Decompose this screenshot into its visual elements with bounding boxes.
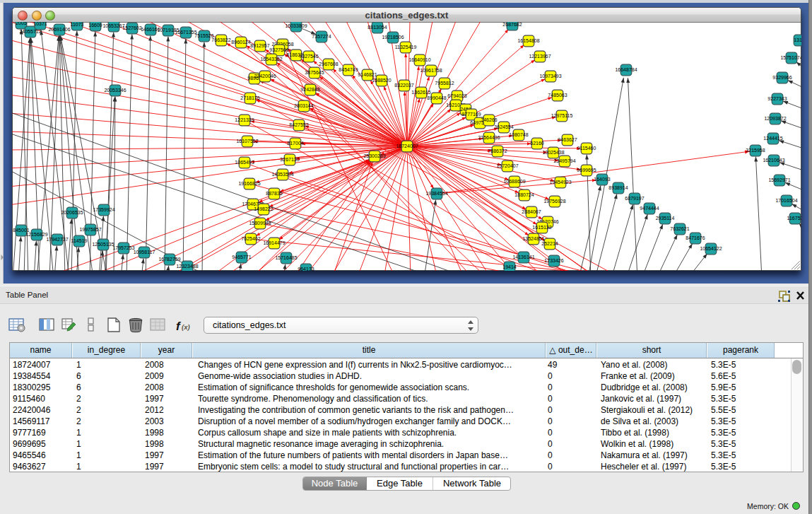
svg-text:17957253: 17957253: [112, 245, 134, 250]
svg-text:12505135: 12505135: [92, 242, 114, 247]
svg-text:6879197: 6879197: [625, 196, 644, 201]
svg-text:16033809: 16033809: [285, 23, 307, 28]
svg-text:19454923: 19454923: [549, 180, 571, 185]
svg-text:9699695: 9699695: [577, 168, 596, 173]
svg-text:817004: 817004: [287, 141, 303, 146]
svg-text:1880724: 1880724: [514, 192, 534, 197]
svg-text:7625402: 7625402: [241, 236, 260, 241]
svg-text:16543382: 16543382: [260, 57, 282, 62]
svg-text:8427552: 8427552: [289, 122, 308, 127]
svg-text:1221339: 1221339: [235, 117, 254, 122]
svg-text:17359924: 17359924: [93, 207, 114, 212]
svg-text:7357274: 7357274: [312, 34, 331, 39]
svg-text:19384554: 19384554: [425, 191, 447, 196]
svg-text:20053346: 20053346: [104, 88, 126, 93]
svg-text:9327546: 9327546: [299, 54, 318, 59]
svg-text:16914479: 16914479: [263, 240, 285, 245]
svg-text:16210643: 16210643: [763, 158, 784, 163]
svg-text:2718176: 2718176: [240, 95, 259, 100]
svg-text:10973493: 10973493: [539, 74, 561, 78]
svg-text:2967608: 2967608: [319, 62, 338, 66]
svg-text:8471676: 8471676: [686, 235, 705, 240]
svg-text:9777169: 9777169: [461, 112, 481, 117]
svg-text:164093: 164093: [594, 177, 610, 182]
svg-text:2884067: 2884067: [522, 209, 541, 214]
svg-text:8454749: 8454749: [339, 67, 358, 72]
svg-text:964133: 964133: [298, 267, 314, 271]
svg-text:3267130: 3267130: [280, 157, 299, 162]
svg-text:10958117: 10958117: [134, 250, 155, 255]
svg-text:15716485: 15716485: [275, 255, 297, 260]
svg-text:13524851: 13524851: [522, 236, 544, 241]
svg-text:10371: 10371: [33, 22, 47, 26]
svg-text:1733426: 1733426: [544, 258, 563, 263]
svg-text:2687682: 2687682: [502, 22, 522, 27]
svg-text:8960124: 8960124: [231, 40, 250, 45]
svg-text:9242848: 9242848: [300, 87, 319, 92]
svg-text:12975115: 12975115: [551, 113, 573, 118]
svg-text:12323488: 12323488: [176, 264, 198, 269]
svg-text:9474444: 9474444: [640, 206, 659, 211]
svg-text:12093872: 12093872: [764, 116, 786, 121]
svg-text:20206535: 20206535: [61, 210, 83, 215]
svg-text:8990448: 8990448: [427, 95, 446, 100]
svg-text:1527602: 1527602: [122, 25, 141, 30]
svg-text:9463627: 9463627: [558, 137, 577, 142]
svg-text:(x): (x): [182, 323, 190, 331]
svg-text:2935114: 2935114: [656, 216, 675, 221]
svg-text:19414: 19414: [502, 264, 517, 269]
svg-text:887835: 887835: [266, 191, 282, 196]
svg-text:6794028: 6794028: [447, 93, 466, 98]
svg-text:1362615: 1362615: [411, 90, 430, 95]
svg-text:19218506: 19218506: [382, 35, 404, 40]
svg-text:3215958: 3215958: [746, 148, 765, 153]
svg-text:9327509: 9327509: [269, 47, 288, 52]
svg-text:9146821: 9146821: [358, 72, 377, 77]
svg-text:25300283: 25300283: [363, 153, 385, 158]
svg-text:14353594: 14353594: [271, 172, 293, 177]
svg-text:8813054: 8813054: [367, 25, 387, 30]
svg-text:9465771: 9465771: [232, 255, 251, 259]
svg-text:8912957: 8912957: [250, 43, 269, 48]
svg-text:1498222: 1498222: [254, 206, 273, 211]
svg-text:19166825: 19166825: [238, 181, 260, 186]
svg-text:19756928: 19756928: [543, 199, 565, 204]
svg-text:16648784: 16648784: [615, 67, 637, 72]
svg-text:8938914: 8938914: [608, 185, 628, 190]
svg-text:1244415: 1244415: [763, 136, 782, 141]
svg-text:10654122: 10654122: [700, 246, 722, 251]
svg-text:23420046: 23420046: [254, 74, 276, 78]
svg-text:10025438: 10025438: [542, 150, 564, 155]
svg-text:11325419: 11325419: [395, 45, 417, 49]
svg-text:7886372: 7886372: [488, 148, 507, 153]
svg-text:8322037: 8322037: [394, 83, 413, 88]
svg-text:16154808: 16154808: [517, 38, 539, 43]
svg-text:62160: 62160: [530, 141, 544, 146]
svg-text:10688609: 10688609: [503, 179, 525, 184]
svg-text:1588520: 1588520: [372, 78, 391, 83]
svg-text:11073: 11073: [71, 22, 84, 27]
svg-text:116753: 116753: [787, 216, 801, 221]
svg-text:252214: 252214: [541, 241, 558, 246]
svg-text:1080748: 1080748: [509, 132, 528, 137]
svg-text:16671355: 16671355: [175, 30, 196, 35]
svg-text:15692971: 15692971: [768, 177, 790, 182]
svg-text:10653267: 10653267: [102, 23, 124, 28]
svg-text:7955812: 7955812: [435, 81, 454, 86]
svg-text:15720407: 15720407: [496, 163, 518, 168]
svg-text:15809948: 15809948: [249, 221, 271, 226]
svg-text:2803144: 2803144: [294, 103, 313, 108]
svg-text:1065493: 1065493: [235, 160, 254, 165]
svg-text:114519: 114519: [71, 238, 88, 243]
svg-text:16782759: 16782759: [158, 257, 180, 262]
svg-text:7632621: 7632621: [670, 226, 689, 231]
svg-text:17942737: 17942737: [46, 237, 68, 242]
svg-text:12213967: 12213967: [529, 54, 551, 59]
svg-text:3624554: 3624554: [494, 124, 513, 129]
svg-text:9227343: 9227343: [767, 96, 787, 101]
svg-text:14136141: 14136141: [512, 255, 534, 259]
svg-text:19975857: 19975857: [79, 227, 101, 232]
svg-text:9115460: 9115460: [577, 146, 596, 151]
svg-text:21564436: 21564436: [478, 135, 500, 140]
svg-text:f: f: [176, 320, 182, 333]
